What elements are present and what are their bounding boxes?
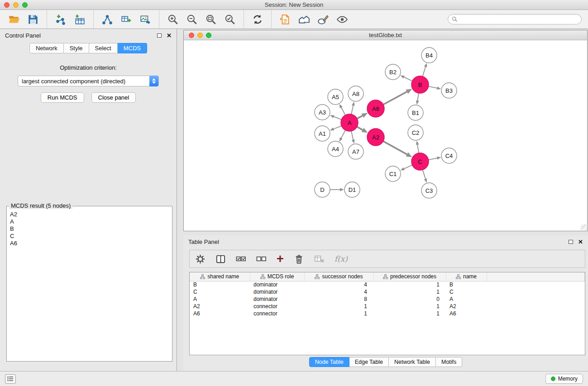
settings-gear-icon[interactable] <box>195 253 206 265</box>
mcds-result-item[interactable]: A <box>10 218 169 225</box>
table-row[interactable]: Bdominator41B <box>190 281 585 288</box>
tab-select[interactable]: Select <box>89 43 118 53</box>
zoom-window-button[interactable] <box>22 2 28 8</box>
graph-node-A3[interactable]: A3 <box>315 105 330 120</box>
apply-layout-icon[interactable] <box>250 12 265 27</box>
export-image-icon[interactable] <box>138 12 153 27</box>
table-row[interactable]: A2connector11A2 <box>190 303 585 310</box>
open-session-icon[interactable] <box>6 12 22 27</box>
column-header-successor-nodes[interactable]: successor nodes <box>304 272 373 281</box>
column-header-name[interactable]: name <box>446 272 487 281</box>
session-report-icon[interactable] <box>277 12 293 27</box>
memory-button[interactable]: Memory <box>545 374 583 384</box>
column-header-predecessor-nodes[interactable]: predecessor nodes <box>373 272 446 281</box>
graph-edge-A-A4[interactable] <box>339 130 345 142</box>
criterion-dropdown[interactable]: largest connected component (directed) <box>18 76 159 86</box>
graph-edge-A-A6[interactable] <box>357 113 368 119</box>
graph-edge-D-D1[interactable] <box>330 188 344 191</box>
select-all-icon[interactable] <box>236 253 246 265</box>
table-tab-motifs[interactable]: Motifs <box>436 357 462 367</box>
float-panel-icon[interactable] <box>157 33 162 38</box>
graph-node-C4[interactable]: C4 <box>441 148 457 163</box>
home-icon[interactable] <box>296 12 312 27</box>
close-panel-icon[interactable]: ✕ <box>167 33 172 38</box>
float-table-panel-icon[interactable] <box>569 240 573 244</box>
graph-edge-A-A5[interactable] <box>339 104 345 115</box>
table-tab-edge-table[interactable]: Edge Table <box>349 357 389 367</box>
eye-icon[interactable] <box>335 12 350 27</box>
graph-edge-C-C2[interactable] <box>416 141 419 153</box>
close-panel-button[interactable]: Close panel <box>91 92 136 103</box>
column-header-mcds-role[interactable]: MCDS role <box>250 272 304 281</box>
graph-node-A4[interactable]: A4 <box>328 141 343 157</box>
graph-edge-C-C1[interactable] <box>400 165 412 171</box>
network-canvas[interactable]: AA1A2A3A4A5A6A7A8BB1B2B3B4CC1C2C3C4DD1 <box>184 40 587 231</box>
graph-node-A1[interactable]: A1 <box>315 126 330 141</box>
run-mcds-button[interactable]: Run MCDS <box>41 92 84 103</box>
graph-edge-A-A7[interactable] <box>351 131 355 144</box>
import-network-icon[interactable] <box>53 12 68 27</box>
graph-node-C1[interactable]: C1 <box>385 166 401 181</box>
graph-node-C3[interactable]: C3 <box>421 183 437 198</box>
table-row[interactable]: A6connector11A6 <box>190 310 585 317</box>
minimize-network-window-button[interactable] <box>197 33 203 38</box>
network-merge-icon[interactable] <box>100 12 115 27</box>
graph-edge-C-C3[interactable] <box>423 170 427 183</box>
mcds-result-item[interactable]: A2 <box>10 211 169 218</box>
mcds-result-item[interactable]: B <box>10 225 169 233</box>
close-window-button[interactable] <box>4 2 10 8</box>
save-session-icon[interactable] <box>25 12 41 27</box>
zoom-fit-icon[interactable] <box>203 12 219 27</box>
tab-style[interactable]: Style <box>64 43 89 53</box>
column-header-shared-name[interactable]: shared name <box>190 272 250 281</box>
graph-node-A5[interactable]: A5 <box>328 89 343 105</box>
deselect-all-icon[interactable] <box>256 253 267 265</box>
tab-network[interactable]: Network <box>29 43 64 53</box>
graph-node-B2[interactable]: B2 <box>385 64 401 80</box>
graph-edge-C-C4[interactable] <box>429 157 441 160</box>
table-row[interactable]: Adominator80A <box>190 295 585 303</box>
graph-edge-A-A1[interactable] <box>330 126 342 130</box>
graph-node-B3[interactable]: B3 <box>441 83 457 98</box>
graph-edge-A-A3[interactable] <box>330 115 341 119</box>
graph-node-A8[interactable]: A8 <box>348 86 363 101</box>
delete-row-icon[interactable] <box>294 253 304 265</box>
close-network-window-button[interactable] <box>189 33 194 38</box>
graph-edge-A2-C[interactable] <box>383 141 412 157</box>
graph-node-B[interactable]: B <box>411 76 429 93</box>
graph-node-A2[interactable]: A2 <box>367 129 384 146</box>
graph-node-D[interactable]: D <box>315 182 330 197</box>
graphics-details-icon[interactable] <box>316 12 331 27</box>
graph-edge-B-B4[interactable] <box>423 63 427 76</box>
graph-edge-A6-B[interactable] <box>383 89 412 105</box>
search-input[interactable] <box>460 16 578 23</box>
graph-node-C2[interactable]: C2 <box>408 125 423 140</box>
graph-edge-A-A2[interactable] <box>357 127 368 133</box>
function-builder-icon[interactable]: f(x) <box>335 253 348 265</box>
graph-node-A7[interactable]: A7 <box>348 144 363 159</box>
search-field[interactable] <box>448 14 582 24</box>
close-table-panel-icon[interactable]: ✕ <box>578 239 583 245</box>
network-table-icon[interactable] <box>119 12 134 27</box>
zoom-in-icon[interactable] <box>165 12 181 27</box>
graph-edge-B-B1[interactable] <box>416 93 419 105</box>
tab-mcds[interactable]: MCDS <box>118 43 147 53</box>
graph-node-A[interactable]: A <box>341 114 358 131</box>
table-tab-node-table[interactable]: Node Table <box>309 357 349 367</box>
minimize-window-button[interactable] <box>13 2 19 8</box>
graph-edge-A-A8[interactable] <box>351 102 355 114</box>
mcds-result-item[interactable]: A6 <box>10 240 169 247</box>
graph-node-A6[interactable]: A6 <box>367 100 384 117</box>
zoom-network-window-button[interactable] <box>206 33 211 38</box>
zoom-selected-icon[interactable] <box>222 12 238 27</box>
graph-node-B1[interactable]: B1 <box>408 105 423 120</box>
graph-node-C[interactable]: C <box>411 153 429 170</box>
graph-edge-B-B3[interactable] <box>429 86 441 90</box>
graph-node-B4[interactable]: B4 <box>421 48 437 63</box>
table-tab-network-table[interactable]: Network Table <box>389 357 436 367</box>
import-table-icon[interactable] <box>72 12 87 27</box>
add-row-icon[interactable]: + <box>277 253 284 265</box>
mcds-result-item[interactable]: C <box>10 233 169 240</box>
table-row[interactable]: Cdominator41C <box>190 288 585 295</box>
column-selector-icon[interactable] <box>215 253 226 265</box>
